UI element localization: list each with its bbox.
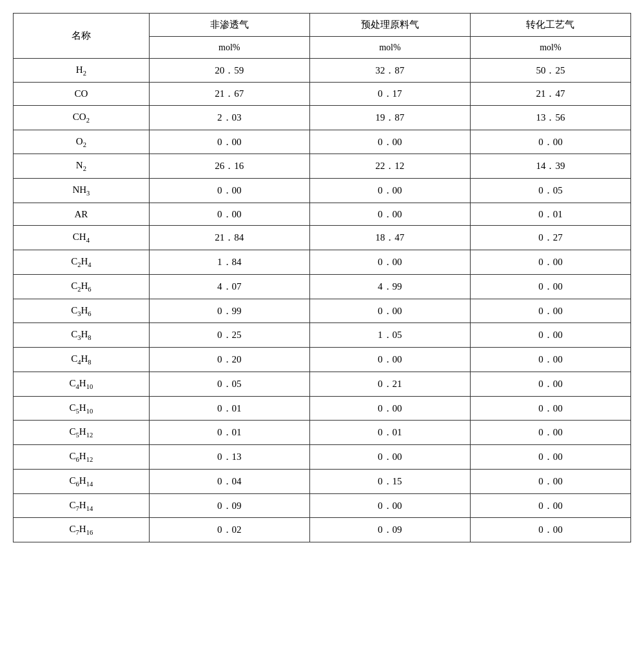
table-row: C3H80．251．050．00 [14, 323, 631, 348]
value-col1: 0．99 [149, 299, 309, 323]
compound-name: C7H16 [14, 518, 150, 542]
value-col1: 0．13 [149, 445, 309, 470]
table-row: O20．000．000．00 [14, 130, 631, 154]
value-col2: 19．87 [309, 105, 470, 130]
value-col3: 13．56 [470, 105, 630, 130]
value-col1: 26．16 [149, 154, 309, 179]
compound-name: AR [14, 203, 150, 226]
table-row: C5H100．010．000．00 [14, 396, 631, 421]
value-col1: 0．09 [149, 493, 309, 518]
header-row-1: 名称 非渗透气 预处理原料气 转化工艺气 [14, 14, 631, 37]
compound-name: C5H12 [14, 421, 150, 445]
compound-name: NH3 [14, 179, 150, 203]
value-col3: 50．25 [470, 58, 630, 83]
table-row: C4H80．200．000．00 [14, 348, 631, 372]
compound-name: C7H14 [14, 493, 150, 518]
unit-col3: mol% [470, 36, 630, 58]
compound-name: C2H4 [14, 250, 150, 275]
value-col1: 0．01 [149, 396, 309, 421]
value-col1: 0．00 [149, 203, 309, 226]
value-col2: 32．87 [309, 58, 470, 83]
value-col2: 0．09 [309, 518, 470, 542]
value-col2: 0．00 [309, 250, 470, 275]
value-col3: 0．00 [470, 493, 630, 518]
value-col3: 0．00 [470, 250, 630, 275]
table-container: 名称 非渗透气 预处理原料气 转化工艺气 mol% mol% mol% H220… [13, 13, 631, 542]
compound-name: C6H12 [14, 445, 150, 470]
value-col3: 0．00 [470, 518, 630, 542]
table-row: CO22．0319．8713．56 [14, 105, 631, 130]
table-row: H220．5932．8750．25 [14, 58, 631, 83]
header-col3: 转化工艺气 [470, 14, 630, 37]
value-col3: 0．00 [470, 323, 630, 348]
value-col3: 21．47 [470, 83, 630, 106]
value-col1: 0．20 [149, 348, 309, 372]
value-col2: 1．05 [309, 323, 470, 348]
table-row: CH421．8418．470．27 [14, 226, 631, 250]
header-col2: 预处理原料气 [309, 14, 470, 37]
compound-name: C3H6 [14, 299, 150, 323]
value-col3: 0．00 [470, 445, 630, 470]
compound-name: C4H10 [14, 372, 150, 396]
compound-name: H2 [14, 58, 150, 83]
table-row: N226．1622．1214．39 [14, 154, 631, 179]
header-col1: 非渗透气 [149, 14, 309, 37]
compound-name: CO [14, 83, 150, 106]
table-row: C6H140．040．150．00 [14, 469, 631, 493]
unit-col1: mol% [149, 36, 309, 58]
compound-name: O2 [14, 130, 150, 154]
unit-col2: mol% [309, 36, 470, 58]
value-col1: 0．25 [149, 323, 309, 348]
value-col1: 0．02 [149, 518, 309, 542]
value-col3: 0．00 [470, 130, 630, 154]
compound-name: C3H8 [14, 323, 150, 348]
compound-name: CO2 [14, 105, 150, 130]
table-row: C3H60．990．000．00 [14, 299, 631, 323]
value-col1: 0．00 [149, 130, 309, 154]
value-col2: 0．21 [309, 372, 470, 396]
compound-name: C4H8 [14, 348, 150, 372]
header-name: 名称 [14, 14, 150, 59]
value-col2: 0．00 [309, 179, 470, 203]
value-col2: 0．00 [309, 203, 470, 226]
value-col2: 18．47 [309, 226, 470, 250]
value-col3: 0．00 [470, 469, 630, 493]
value-col2: 4．99 [309, 274, 470, 299]
value-col1: 1．84 [149, 250, 309, 275]
value-col2: 0．00 [309, 299, 470, 323]
value-col2: 0．17 [309, 83, 470, 106]
value-col1: 0．01 [149, 421, 309, 445]
value-col1: 2．03 [149, 105, 309, 130]
value-col2: 0．01 [309, 421, 470, 445]
table-row: CO21．670．1721．47 [14, 83, 631, 106]
value-col3: 0．00 [470, 299, 630, 323]
value-col3: 14．39 [470, 154, 630, 179]
table-row: C4H100．050．210．00 [14, 372, 631, 396]
table-row: C2H64．074．990．00 [14, 274, 631, 299]
compound-name: C5H10 [14, 396, 150, 421]
value-col1: 4．07 [149, 274, 309, 299]
value-col3: 0．00 [470, 396, 630, 421]
value-col1: 21．67 [149, 83, 309, 106]
table-row: C7H160．020．090．00 [14, 518, 631, 542]
value-col1: 20．59 [149, 58, 309, 83]
table-row: C5H120．010．010．00 [14, 421, 631, 445]
value-col1: 0．04 [149, 469, 309, 493]
table-row: C2H41．840．000．00 [14, 250, 631, 275]
value-col3: 0．00 [470, 372, 630, 396]
value-col2: 0．00 [309, 130, 470, 154]
value-col1: 0．05 [149, 372, 309, 396]
value-col2: 0．00 [309, 493, 470, 518]
value-col2: 0．00 [309, 348, 470, 372]
value-col2: 0．00 [309, 396, 470, 421]
value-col2: 0．00 [309, 445, 470, 470]
data-table: 名称 非渗透气 预处理原料气 转化工艺气 mol% mol% mol% H220… [13, 13, 631, 542]
value-col3: 0．05 [470, 179, 630, 203]
compound-name: CH4 [14, 226, 150, 250]
compound-name: C2H6 [14, 274, 150, 299]
compound-name: N2 [14, 154, 150, 179]
value-col3: 0．00 [470, 421, 630, 445]
value-col3: 0．27 [470, 226, 630, 250]
compound-name: C6H14 [14, 469, 150, 493]
value-col3: 0．01 [470, 203, 630, 226]
